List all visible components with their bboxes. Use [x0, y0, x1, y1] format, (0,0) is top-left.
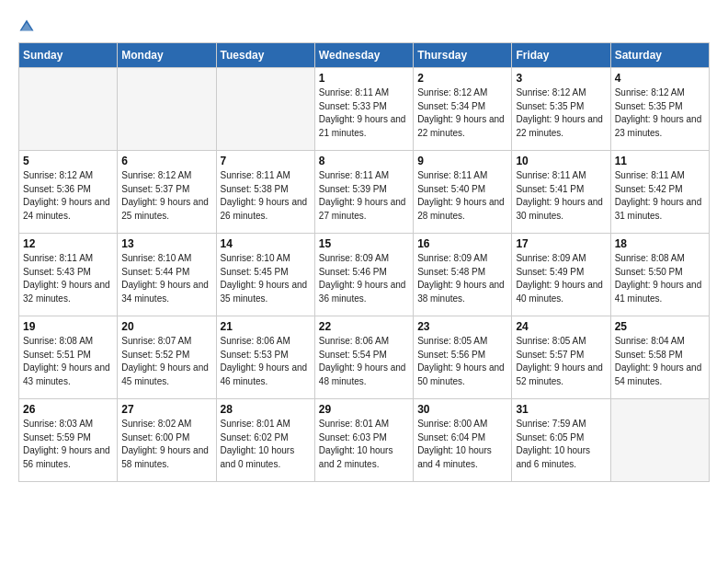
- day-number: 4: [615, 72, 705, 85]
- day-info: Sunrise: 8:11 AM Sunset: 5:33 PM Dayligh…: [319, 86, 409, 140]
- day-info: Sunrise: 8:07 AM Sunset: 5:52 PM Dayligh…: [121, 335, 211, 388]
- day-number: 13: [121, 237, 211, 250]
- calendar-day-cell: [118, 68, 216, 151]
- day-number: 12: [23, 237, 113, 250]
- day-info: Sunrise: 8:10 AM Sunset: 5:44 PM Dayligh…: [121, 252, 211, 305]
- day-number: 23: [417, 320, 507, 333]
- day-number: 2: [417, 72, 507, 85]
- calendar-day-cell: 31Sunrise: 7:59 AM Sunset: 6:05 PM Dayli…: [512, 399, 610, 482]
- day-info: Sunrise: 8:12 AM Sunset: 5:34 PM Dayligh…: [417, 86, 507, 140]
- calendar-day-cell: 2Sunrise: 8:12 AM Sunset: 5:34 PM Daylig…: [414, 68, 512, 151]
- day-of-week-header: Sunday: [19, 43, 118, 68]
- day-number: 18: [615, 237, 705, 250]
- day-info: Sunrise: 8:06 AM Sunset: 5:53 PM Dayligh…: [221, 335, 311, 388]
- calendar-day-cell: 24Sunrise: 8:05 AM Sunset: 5:57 PM Dayli…: [512, 316, 610, 399]
- day-info: Sunrise: 8:06 AM Sunset: 5:54 PM Dayligh…: [319, 335, 409, 388]
- day-of-week-header: Wednesday: [314, 43, 413, 68]
- calendar-day-cell: 10Sunrise: 8:11 AM Sunset: 5:41 PM Dayli…: [512, 151, 610, 234]
- day-number: 30: [417, 403, 507, 416]
- day-of-week-header: Tuesday: [216, 43, 314, 68]
- day-info: Sunrise: 8:11 AM Sunset: 5:42 PM Dayligh…: [615, 169, 705, 223]
- calendar-day-cell: [610, 399, 709, 482]
- day-number: 16: [417, 237, 507, 250]
- day-info: Sunrise: 8:08 AM Sunset: 5:50 PM Dayligh…: [615, 252, 705, 305]
- day-info: Sunrise: 8:11 AM Sunset: 5:41 PM Dayligh…: [516, 169, 606, 223]
- day-info: Sunrise: 8:11 AM Sunset: 5:39 PM Dayligh…: [319, 169, 409, 223]
- calendar-day-cell: 26Sunrise: 8:03 AM Sunset: 5:59 PM Dayli…: [19, 399, 118, 482]
- calendar-day-cell: 27Sunrise: 8:02 AM Sunset: 6:00 PM Dayli…: [118, 399, 216, 482]
- day-number: 6: [121, 155, 211, 167]
- calendar-day-cell: 30Sunrise: 8:00 AM Sunset: 6:04 PM Dayli…: [414, 399, 512, 482]
- calendar-day-cell: 29Sunrise: 8:01 AM Sunset: 6:03 PM Dayli…: [314, 399, 413, 482]
- day-info: Sunrise: 8:05 AM Sunset: 5:56 PM Dayligh…: [417, 335, 507, 388]
- day-number: 27: [121, 403, 211, 416]
- day-info: Sunrise: 8:08 AM Sunset: 5:51 PM Dayligh…: [23, 335, 113, 388]
- calendar-day-cell: 13Sunrise: 8:10 AM Sunset: 5:44 PM Dayli…: [118, 234, 216, 316]
- logo-icon: [18, 18, 35, 35]
- calendar-day-cell: 11Sunrise: 8:11 AM Sunset: 5:42 PM Dayli…: [610, 151, 709, 234]
- page-header: [9, 9, 719, 42]
- day-number: 19: [23, 320, 113, 333]
- day-number: 28: [221, 403, 311, 416]
- day-number: 22: [319, 320, 409, 333]
- calendar-day-cell: 16Sunrise: 8:09 AM Sunset: 5:48 PM Dayli…: [414, 234, 512, 316]
- day-number: 15: [319, 237, 409, 250]
- day-number: 21: [221, 320, 311, 333]
- calendar-day-cell: 17Sunrise: 8:09 AM Sunset: 5:49 PM Dayli…: [512, 234, 610, 316]
- day-info: Sunrise: 8:12 AM Sunset: 5:37 PM Dayligh…: [121, 169, 211, 223]
- day-number: 7: [221, 155, 311, 167]
- day-info: Sunrise: 8:10 AM Sunset: 5:45 PM Dayligh…: [221, 252, 311, 305]
- calendar-day-cell: 28Sunrise: 8:01 AM Sunset: 6:02 PM Dayli…: [216, 399, 314, 482]
- day-info: Sunrise: 8:01 AM Sunset: 6:02 PM Dayligh…: [221, 418, 311, 471]
- day-info: Sunrise: 8:03 AM Sunset: 5:59 PM Dayligh…: [23, 418, 113, 471]
- calendar-day-cell: 8Sunrise: 8:11 AM Sunset: 5:39 PM Daylig…: [314, 151, 413, 234]
- calendar-day-cell: 14Sunrise: 8:10 AM Sunset: 5:45 PM Dayli…: [216, 234, 314, 316]
- calendar-day-cell: 18Sunrise: 8:08 AM Sunset: 5:50 PM Dayli…: [610, 234, 709, 316]
- day-info: Sunrise: 8:09 AM Sunset: 5:48 PM Dayligh…: [417, 252, 507, 305]
- day-number: 20: [121, 320, 211, 333]
- calendar-week-row: 19Sunrise: 8:08 AM Sunset: 5:51 PM Dayli…: [19, 316, 710, 399]
- calendar-day-cell: 6Sunrise: 8:12 AM Sunset: 5:37 PM Daylig…: [118, 151, 216, 234]
- day-info: Sunrise: 8:00 AM Sunset: 6:04 PM Dayligh…: [417, 418, 507, 471]
- calendar-day-cell: 15Sunrise: 8:09 AM Sunset: 5:46 PM Dayli…: [314, 234, 413, 316]
- day-number: 25: [615, 320, 705, 333]
- calendar-day-cell: 20Sunrise: 8:07 AM Sunset: 5:52 PM Dayli…: [118, 316, 216, 399]
- calendar-day-cell: 25Sunrise: 8:04 AM Sunset: 5:58 PM Dayli…: [610, 316, 709, 399]
- calendar-day-cell: 9Sunrise: 8:11 AM Sunset: 5:40 PM Daylig…: [414, 151, 512, 234]
- calendar-day-cell: [216, 68, 314, 151]
- calendar-day-cell: 19Sunrise: 8:08 AM Sunset: 5:51 PM Dayli…: [19, 316, 118, 399]
- calendar-header-row: SundayMondayTuesdayWednesdayThursdayFrid…: [19, 43, 710, 68]
- day-number: 9: [417, 155, 507, 167]
- day-info: Sunrise: 8:12 AM Sunset: 5:35 PM Dayligh…: [615, 86, 705, 140]
- calendar-day-cell: 21Sunrise: 8:06 AM Sunset: 5:53 PM Dayli…: [216, 316, 314, 399]
- calendar-day-cell: 5Sunrise: 8:12 AM Sunset: 5:36 PM Daylig…: [19, 151, 118, 234]
- day-number: 26: [23, 403, 113, 416]
- day-info: Sunrise: 7:59 AM Sunset: 6:05 PM Dayligh…: [516, 418, 606, 471]
- day-of-week-header: Saturday: [610, 43, 709, 68]
- calendar-week-row: 5Sunrise: 8:12 AM Sunset: 5:36 PM Daylig…: [19, 151, 710, 234]
- calendar-day-cell: 22Sunrise: 8:06 AM Sunset: 5:54 PM Dayli…: [314, 316, 413, 399]
- calendar-day-cell: 4Sunrise: 8:12 AM Sunset: 5:35 PM Daylig…: [610, 68, 709, 151]
- day-info: Sunrise: 8:11 AM Sunset: 5:40 PM Dayligh…: [417, 169, 507, 223]
- day-number: 5: [23, 155, 113, 167]
- day-info: Sunrise: 8:04 AM Sunset: 5:58 PM Dayligh…: [615, 335, 705, 388]
- logo: [18, 18, 37, 35]
- day-of-week-header: Monday: [118, 43, 216, 68]
- day-info: Sunrise: 8:09 AM Sunset: 5:46 PM Dayligh…: [319, 252, 409, 305]
- day-info: Sunrise: 8:12 AM Sunset: 5:36 PM Dayligh…: [23, 169, 113, 223]
- calendar-week-row: 1Sunrise: 8:11 AM Sunset: 5:33 PM Daylig…: [19, 68, 710, 151]
- calendar-table: SundayMondayTuesdayWednesdayThursdayFrid…: [18, 42, 710, 482]
- calendar-week-row: 26Sunrise: 8:03 AM Sunset: 5:59 PM Dayli…: [19, 399, 710, 482]
- calendar-week-row: 12Sunrise: 8:11 AM Sunset: 5:43 PM Dayli…: [19, 234, 710, 316]
- day-info: Sunrise: 8:12 AM Sunset: 5:35 PM Dayligh…: [516, 86, 606, 140]
- calendar-day-cell: 1Sunrise: 8:11 AM Sunset: 5:33 PM Daylig…: [314, 68, 413, 151]
- calendar-day-cell: 12Sunrise: 8:11 AM Sunset: 5:43 PM Dayli…: [19, 234, 118, 316]
- day-info: Sunrise: 8:11 AM Sunset: 5:43 PM Dayligh…: [23, 252, 113, 305]
- day-number: 10: [516, 155, 606, 167]
- calendar-day-cell: 3Sunrise: 8:12 AM Sunset: 5:35 PM Daylig…: [512, 68, 610, 151]
- day-number: 17: [516, 237, 606, 250]
- day-info: Sunrise: 8:01 AM Sunset: 6:03 PM Dayligh…: [319, 418, 409, 471]
- calendar-day-cell: [19, 68, 118, 151]
- day-info: Sunrise: 8:05 AM Sunset: 5:57 PM Dayligh…: [516, 335, 606, 388]
- day-number: 29: [319, 403, 409, 416]
